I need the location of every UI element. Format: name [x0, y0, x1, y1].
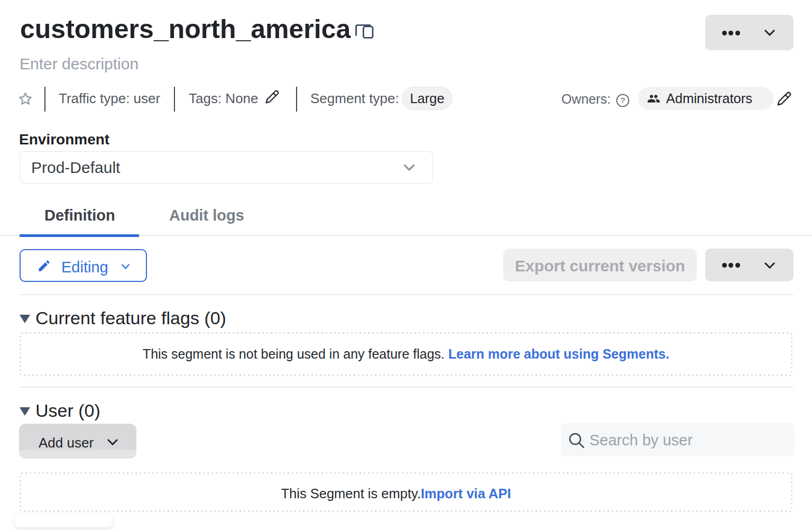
- svg-text:?: ?: [621, 96, 625, 105]
